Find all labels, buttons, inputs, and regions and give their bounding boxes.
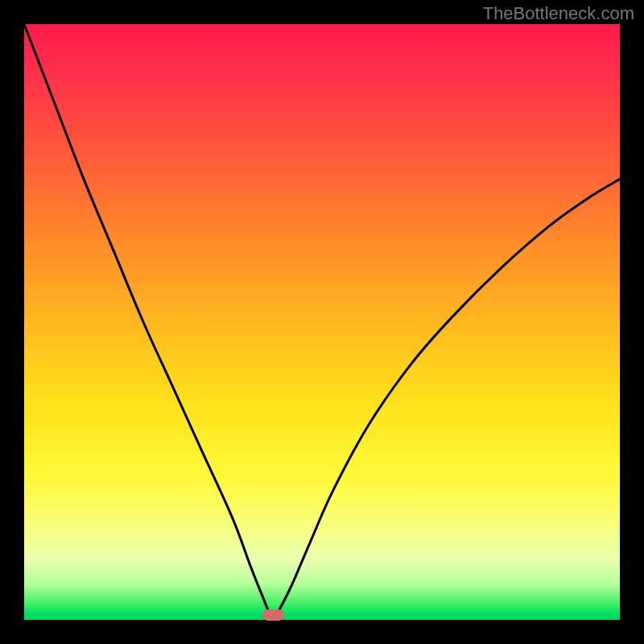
curve-layer bbox=[24, 24, 620, 620]
bottleneck-curve bbox=[24, 24, 620, 620]
chart-frame: TheBottleneck.com bbox=[0, 0, 644, 644]
watermark-text: TheBottleneck.com bbox=[483, 3, 634, 24]
optimal-marker bbox=[262, 609, 284, 621]
plot-area bbox=[24, 24, 620, 620]
